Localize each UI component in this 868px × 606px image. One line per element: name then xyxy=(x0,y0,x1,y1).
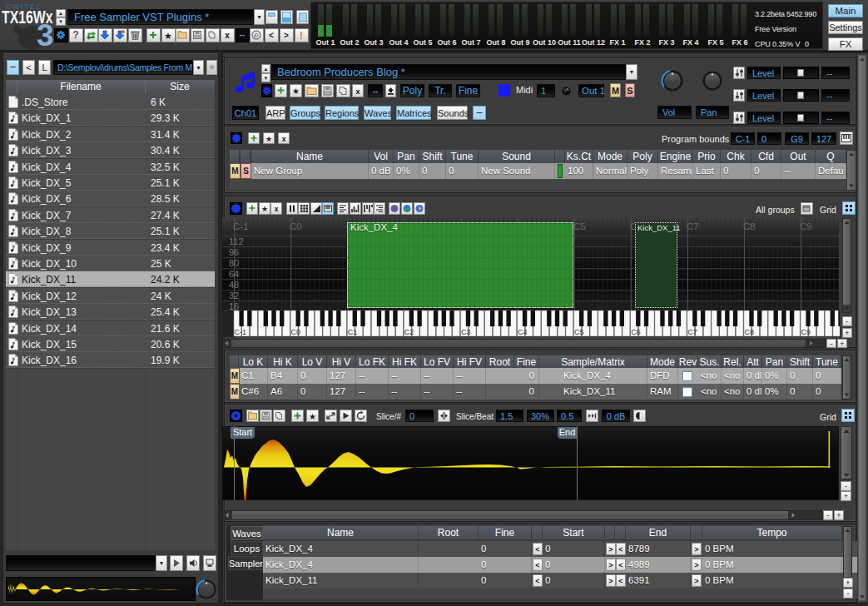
svg-text:C7: C7 xyxy=(687,328,697,336)
svg-text:--: -- xyxy=(240,30,246,39)
svg-text:C0: C0 xyxy=(291,328,301,336)
svg-text:★: ★ xyxy=(292,87,300,96)
svg-text:?: ? xyxy=(72,29,78,41)
svg-text:★: ★ xyxy=(265,135,272,143)
svg-text:C3: C3 xyxy=(461,328,471,336)
svg-text:C9: C9 xyxy=(801,328,811,336)
svg-text:x: x xyxy=(275,205,279,213)
svg-text:x: x xyxy=(282,135,286,143)
svg-text:<: < xyxy=(269,31,274,40)
svg-text:C6: C6 xyxy=(631,328,641,336)
svg-text:C5: C5 xyxy=(574,328,584,336)
svg-text:★: ★ xyxy=(261,205,268,213)
svg-text:C-1: C-1 xyxy=(235,328,247,336)
svg-text:x: x xyxy=(225,31,230,40)
svg-text:C2: C2 xyxy=(404,328,414,336)
svg-text:C4: C4 xyxy=(518,328,528,336)
svg-text:★: ★ xyxy=(164,31,172,41)
svg-text:!: ! xyxy=(300,30,303,42)
svg-text:★: ★ xyxy=(309,412,316,421)
svg-text:C8: C8 xyxy=(744,328,754,336)
svg-text:>: > xyxy=(284,31,289,40)
svg-text:C1: C1 xyxy=(348,328,358,336)
svg-text:x: x xyxy=(355,87,360,96)
